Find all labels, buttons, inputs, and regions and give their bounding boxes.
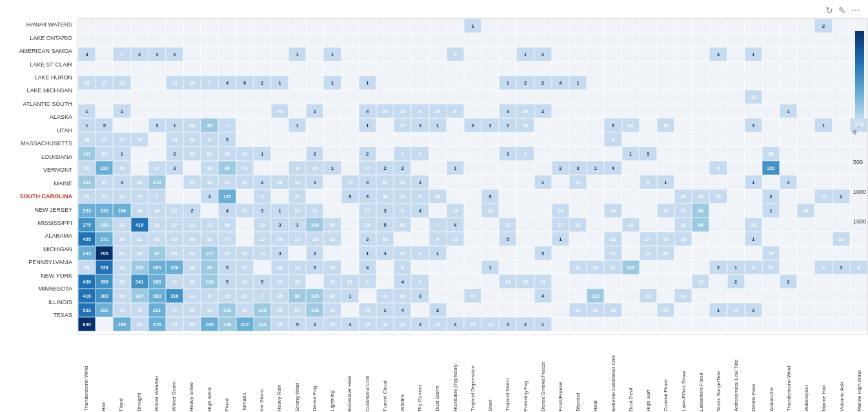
- cell-15-10: 13: [254, 232, 271, 246]
- cell-13-28: [569, 203, 587, 218]
- cell-2-18: [394, 47, 411, 61]
- cell-13-35: 86: [692, 203, 709, 218]
- cell-4-21: [447, 76, 464, 90]
- cell-14-43: [833, 218, 850, 232]
- cell-15-40: [780, 232, 797, 246]
- cell-1-29: [587, 33, 604, 47]
- cell-19-42: [814, 289, 832, 303]
- col-label-13: Dense Fog: [306, 337, 323, 411]
- cell-5-42: [814, 90, 832, 104]
- cell-17-42: 9: [814, 260, 832, 274]
- cell-17-26: [534, 260, 552, 274]
- cell-6-5: [166, 104, 183, 118]
- cell-10-14: 1: [323, 161, 341, 175]
- cell-13-27: 25: [552, 203, 569, 218]
- cell-11-5: [166, 175, 183, 189]
- cell-2-40: [780, 47, 797, 61]
- cell-20-16: 19: [359, 303, 376, 317]
- cell-8-8: 5: [218, 132, 236, 147]
- cell-3-27: [552, 61, 569, 76]
- cell-11-32: 8: [640, 175, 657, 189]
- cell-9-40: [780, 147, 797, 161]
- cell-20-30: 38: [604, 303, 621, 317]
- cell-10-11: [271, 161, 288, 175]
- cell-16-38: [745, 246, 762, 260]
- cell-5-20: [429, 90, 447, 104]
- cell-10-19: [411, 161, 429, 175]
- cell-20-21: [447, 303, 464, 317]
- col-label-7: High Wind: [201, 337, 218, 411]
- cell-20-28: 21: [569, 303, 587, 317]
- row-label-utah: UTAH: [3, 124, 75, 137]
- cell-10-42: [814, 161, 832, 175]
- cell-4-10: 2: [254, 76, 271, 90]
- cell-12-21: [447, 189, 464, 203]
- cell-8-40: [780, 132, 797, 147]
- cell-18-41: [797, 274, 814, 289]
- cell-4-30: [604, 76, 621, 90]
- cell-11-35: [692, 175, 709, 189]
- more-icon[interactable]: ⋯: [851, 5, 860, 15]
- cell-2-19: [411, 47, 429, 61]
- cell-16-6: 64: [183, 246, 201, 260]
- cell-13-20: [429, 203, 447, 218]
- cell-16-19: 6: [411, 246, 429, 260]
- cell-10-22: [464, 161, 481, 175]
- heatmap-grid: 1247232116124163171210167452111122411211…: [77, 18, 868, 335]
- cell-3-32: [640, 61, 657, 76]
- cell-9-41: [797, 147, 814, 161]
- row-label-american-samoa: AMERICAN SAMOA: [3, 45, 75, 57]
- cell-2-17: [376, 47, 394, 61]
- cell-18-10: 5: [254, 274, 271, 289]
- cell-21-12: 5: [288, 317, 306, 331]
- cell-10-9: 71: [236, 161, 254, 175]
- cell-16-14: [323, 246, 341, 260]
- col-label-28: Blizzard: [569, 337, 587, 411]
- cell-1-0: [78, 33, 96, 47]
- col-label-2: Flood: [112, 337, 130, 411]
- cell-10-20: [429, 161, 447, 175]
- cell-19-15: 1: [341, 289, 359, 303]
- cell-21-27: [552, 317, 569, 331]
- col-label-5: Winter Storm: [165, 337, 183, 411]
- cell-12-8: 167: [218, 189, 236, 203]
- col-label-6: Heavy Snow: [183, 337, 200, 411]
- edit-icon[interactable]: ✎: [838, 5, 846, 15]
- refresh-icon[interactable]: ↻: [825, 5, 833, 15]
- cell-3-5: [166, 61, 183, 76]
- cell-7-2: [113, 118, 130, 132]
- cell-6-6: [183, 104, 201, 118]
- cell-9-38: [745, 147, 762, 161]
- col-label-43: Volcanic Ash: [833, 337, 851, 411]
- cell-2-33: [657, 47, 674, 61]
- cell-14-34: 15: [674, 218, 692, 232]
- cell-4-2: 12: [113, 76, 130, 90]
- cell-0-10: [254, 19, 271, 33]
- cell-20-8: 100: [218, 303, 236, 317]
- col-label-18: Wildfire: [394, 337, 411, 411]
- cell-12-29: [587, 189, 604, 203]
- cell-5-38: 12: [745, 90, 762, 104]
- cell-21-10: 124: [254, 317, 271, 331]
- row-label-minnesota: MINNESOTA: [3, 282, 75, 295]
- cell-13-6: 2: [183, 203, 201, 218]
- cell-11-30: [604, 175, 621, 189]
- cell-11-18: 15: [394, 175, 411, 189]
- cell-14-42: [814, 218, 832, 232]
- cell-14-11: 3: [271, 218, 288, 232]
- cell-4-25: 2: [516, 76, 534, 90]
- cell-15-27: 1: [552, 232, 569, 246]
- cell-14-28: 53: [569, 218, 587, 232]
- cell-2-12: 1: [288, 47, 306, 61]
- cell-6-2: 1: [113, 104, 130, 118]
- col-label-38: Debris Flow: [745, 337, 762, 411]
- cell-19-41: [797, 289, 814, 303]
- cell-13-40: [780, 203, 797, 218]
- cell-0-34: [674, 19, 692, 33]
- cell-5-7: [201, 90, 218, 104]
- cell-21-3: 62: [131, 317, 148, 331]
- cell-3-7: [201, 61, 218, 76]
- cell-0-5: [166, 19, 183, 33]
- cell-15-26: [534, 232, 552, 246]
- cell-4-24: 1: [499, 76, 516, 90]
